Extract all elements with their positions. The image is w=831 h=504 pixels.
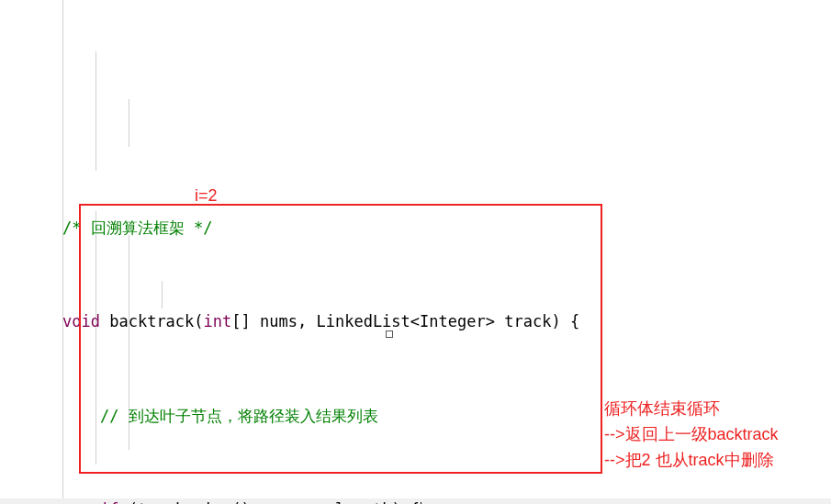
indent-guide [62,0,63,504]
annotation-text-2: -->返回上一级backtrack [604,422,779,447]
code-editor: /* 回溯算法框架 */ void backtrack(int[] nums, … [0,0,831,504]
annotation-i-equals-2: i=2 [195,184,218,208]
keyword-int: int [204,312,232,330]
caret-indicator-icon [386,330,393,338]
keyword-if: if [100,500,118,504]
indent-guide-6 [162,281,163,308]
annotation-box [79,204,602,474]
line-comment: // 到达叶子节点，将路径装入结果列表 [100,407,378,425]
keyword-void: void [62,312,100,330]
type-integer: Integer [420,312,486,330]
annotation-text-1: 循环体结束循环 [604,397,720,421]
type-linkedlist: LinkedList [316,312,410,330]
block-comment: /* 回溯算法框架 */ [62,218,212,237]
code-line: void backtrack(int[] nums, LinkedList<In… [0,310,831,334]
code-line-highlighted: if (track.size() == nums.length) { [0,498,831,504]
indent-guide-3 [129,99,129,147]
code-line: /* 回溯算法框架 */ [0,217,831,241]
indent-guide-2 [95,51,96,171]
annotation-text-3: -->把2 也从track中删除 [604,448,774,473]
func-name: backtrack [109,312,194,330]
